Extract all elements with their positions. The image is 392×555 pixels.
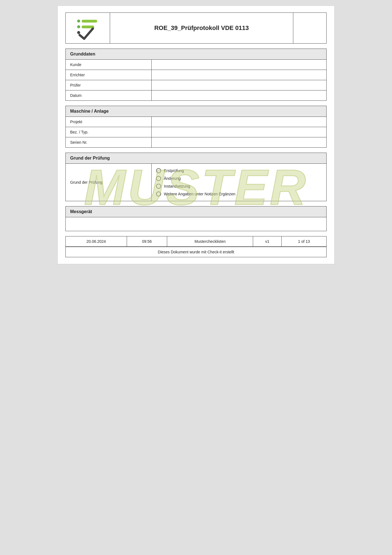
- kunde-label: Kunde: [66, 60, 152, 70]
- footer-credit-table: Dieses Dokument wurde mit Check-it erste…: [65, 247, 327, 257]
- beztyp-label: Bez. / Typ.: [66, 127, 152, 137]
- projekt-label: Projekt: [66, 117, 152, 127]
- radio-label-erstpruefung: Erstprüfung: [164, 168, 184, 173]
- messgeraet-empty-cell: [66, 217, 327, 231]
- datum-label: Datum: [66, 90, 152, 101]
- header-empty: [293, 13, 327, 44]
- logo: [70, 16, 105, 41]
- errichter-label: Errichter: [66, 70, 152, 80]
- footer-credit: Dieses Dokument wurde mit Check-it erste…: [66, 247, 327, 257]
- messgeraet-section: Messgerät: [65, 206, 327, 231]
- footer-date: 20.06.2024: [66, 236, 127, 247]
- radio-item-weitere[interactable]: Weitere Angaben unter Notizen Ergänzen: [156, 191, 322, 196]
- svg-point-2: [77, 25, 80, 28]
- document-title: ROE_39_Prüfprotokoll VDE 0113: [110, 13, 293, 44]
- pruefer-label: Prüfer: [66, 80, 152, 90]
- datum-value: [152, 90, 327, 101]
- radio-item-instandsetzung[interactable]: Instandsetzung: [156, 184, 322, 189]
- table-row: Grund der Prüfung Erstprüfung Änderung: [66, 164, 327, 201]
- svg-point-4: [77, 31, 80, 34]
- radio-item-erstpruefung[interactable]: Erstprüfung: [156, 168, 322, 173]
- grunddaten-section: Grunddaten Kunde Errichter Prüfer Datum: [65, 49, 327, 101]
- radio-circle-aenderung: [156, 176, 161, 181]
- table-row: Datum: [66, 90, 327, 101]
- grunddaten-heading: Grunddaten: [66, 49, 327, 60]
- footer-version: v1: [253, 236, 281, 247]
- footer-page: 1 of 13: [281, 236, 326, 247]
- beztyp-value: [152, 127, 327, 137]
- errichter-value: [152, 70, 327, 80]
- table-row: Prüfer: [66, 80, 327, 90]
- maschine-heading: Maschine / Anlage: [66, 106, 327, 117]
- radio-item-aenderung[interactable]: Änderung: [156, 176, 322, 181]
- footer: 20.06.2024 09:56 Musterchecklisten v1 1 …: [58, 236, 334, 264]
- messgeraet-heading: Messgerät: [66, 206, 327, 217]
- grundpruefung-options: Erstprüfung Änderung Instandsetzung: [152, 164, 327, 201]
- radio-circle-erstpruefung: [156, 168, 161, 173]
- maschine-section: Maschine / Anlage Projekt Bez. / Typ. Se…: [65, 106, 327, 148]
- projekt-value: [152, 117, 327, 127]
- table-row: Projekt: [66, 117, 327, 127]
- footer-time: 09:56: [127, 236, 167, 247]
- logo-svg: [74, 16, 102, 41]
- header-table: ROE_39_Prüfprotokoll VDE 0113: [65, 12, 327, 44]
- table-row: Serien Nr.: [66, 137, 327, 148]
- messgeraet-empty-row: [66, 217, 327, 231]
- seriennr-value: [152, 137, 327, 148]
- seriennr-label: Serien Nr.: [66, 137, 152, 148]
- grundpruefung-label: Grund der Prüfung: [66, 164, 152, 201]
- radio-circle-instandsetzung: [156, 184, 161, 189]
- pruefer-value: [152, 80, 327, 90]
- table-row: Bez. / Typ.: [66, 127, 327, 137]
- kunde-value: [152, 60, 327, 70]
- footer-table: 20.06.2024 09:56 Musterchecklisten v1 1 …: [65, 236, 327, 247]
- footer-source: Musterchecklisten: [167, 236, 253, 247]
- radio-label-weitere: Weitere Angaben unter Notizen Ergänzen: [164, 192, 235, 196]
- radio-label-instandsetzung: Instandsetzung: [164, 184, 190, 188]
- logo-cell: [66, 13, 110, 44]
- radio-group: Erstprüfung Änderung Instandsetzung: [156, 167, 322, 198]
- svg-point-0: [77, 19, 80, 22]
- table-row: Kunde: [66, 60, 327, 70]
- radio-label-aenderung: Änderung: [164, 176, 181, 181]
- grundpruefung-heading: Grund der Prüfung: [66, 153, 327, 164]
- grundpruefung-section: Grund der Prüfung Grund der Prüfung Erst…: [65, 153, 327, 201]
- svg-rect-1: [82, 20, 97, 22]
- radio-circle-weitere: [156, 191, 161, 196]
- table-row: Errichter: [66, 70, 327, 80]
